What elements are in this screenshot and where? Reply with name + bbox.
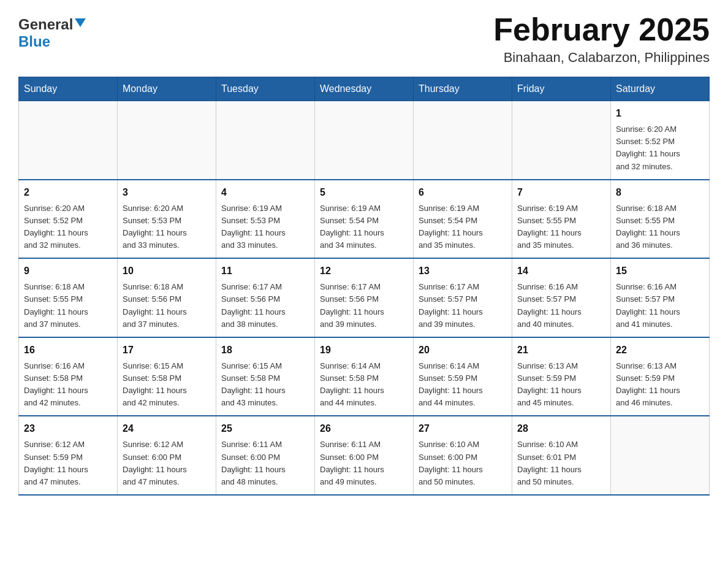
calendar-day-cell: 26Sunrise: 6:11 AMSunset: 6:00 PMDayligh… — [315, 416, 414, 495]
day-info: Sunrise: 6:13 AMSunset: 5:59 PMDaylight:… — [616, 360, 704, 410]
logo-arrow-icon — [75, 17, 86, 31]
day-info: Sunrise: 6:15 AMSunset: 5:58 PMDaylight:… — [123, 360, 211, 410]
calendar-day-cell: 6Sunrise: 6:19 AMSunset: 5:54 PMDaylight… — [414, 180, 512, 259]
day-of-week-header: Thursday — [414, 77, 512, 101]
calendar-day-cell — [216, 101, 315, 180]
calendar-day-cell: 20Sunrise: 6:14 AMSunset: 5:59 PMDayligh… — [414, 337, 512, 416]
day-number: 24 — [123, 421, 211, 436]
calendar-day-cell: 3Sunrise: 6:20 AMSunset: 5:53 PMDaylight… — [118, 180, 216, 259]
title-block: February 2025 Binahaan, Calabarzon, Phil… — [493, 12, 710, 66]
day-info: Sunrise: 6:18 AMSunset: 5:55 PMDaylight:… — [24, 281, 112, 331]
day-number: 4 — [221, 185, 309, 200]
calendar-day-cell — [19, 101, 118, 180]
day-number: 26 — [320, 421, 408, 436]
calendar-day-cell: 25Sunrise: 6:11 AMSunset: 6:00 PMDayligh… — [216, 416, 315, 495]
day-info: Sunrise: 6:18 AMSunset: 5:56 PMDaylight:… — [123, 281, 211, 331]
calendar-week-row: 23Sunrise: 6:12 AMSunset: 5:59 PMDayligh… — [19, 416, 710, 495]
calendar-day-cell: 14Sunrise: 6:16 AMSunset: 5:57 PMDayligh… — [512, 258, 611, 337]
calendar-day-cell: 5Sunrise: 6:19 AMSunset: 5:54 PMDaylight… — [315, 180, 414, 259]
calendar-day-cell — [611, 416, 710, 495]
day-info: Sunrise: 6:20 AMSunset: 5:53 PMDaylight:… — [123, 202, 211, 252]
day-of-week-header: Saturday — [611, 77, 710, 101]
logo: General Blue — [18, 16, 86, 50]
calendar-day-cell: 28Sunrise: 6:10 AMSunset: 6:01 PMDayligh… — [512, 416, 611, 495]
day-info: Sunrise: 6:19 AMSunset: 5:54 PMDaylight:… — [320, 202, 408, 252]
day-number: 27 — [419, 421, 507, 436]
day-number: 13 — [419, 264, 507, 278]
day-of-week-header: Friday — [512, 77, 611, 101]
logo-general-text: General — [18, 16, 73, 33]
day-number: 2 — [24, 185, 112, 200]
logo-blue-text: Blue — [18, 33, 50, 50]
calendar-day-cell: 24Sunrise: 6:12 AMSunset: 6:00 PMDayligh… — [118, 416, 216, 495]
day-number: 14 — [517, 264, 605, 278]
day-number: 21 — [517, 343, 605, 358]
day-info: Sunrise: 6:20 AMSunset: 5:52 PMDaylight:… — [24, 202, 112, 252]
day-of-week-header: Sunday — [19, 77, 118, 101]
day-info: Sunrise: 6:10 AMSunset: 6:01 PMDaylight:… — [517, 439, 605, 488]
calendar-day-cell: 19Sunrise: 6:14 AMSunset: 5:58 PMDayligh… — [315, 337, 414, 416]
day-info: Sunrise: 6:16 AMSunset: 5:57 PMDaylight:… — [517, 281, 605, 331]
calendar-day-cell: 23Sunrise: 6:12 AMSunset: 5:59 PMDayligh… — [19, 416, 118, 495]
calendar-day-cell: 17Sunrise: 6:15 AMSunset: 5:58 PMDayligh… — [118, 337, 216, 416]
day-number: 12 — [320, 264, 408, 278]
day-info: Sunrise: 6:14 AMSunset: 5:59 PMDaylight:… — [419, 360, 507, 410]
day-number: 22 — [616, 343, 704, 358]
day-info: Sunrise: 6:19 AMSunset: 5:53 PMDaylight:… — [221, 202, 309, 252]
calendar-day-cell: 12Sunrise: 6:17 AMSunset: 5:56 PMDayligh… — [315, 258, 414, 337]
day-info: Sunrise: 6:13 AMSunset: 5:59 PMDaylight:… — [517, 360, 605, 410]
calendar-day-cell: 10Sunrise: 6:18 AMSunset: 5:56 PMDayligh… — [118, 258, 216, 337]
day-number: 23 — [24, 421, 112, 436]
calendar-day-cell: 2Sunrise: 6:20 AMSunset: 5:52 PMDaylight… — [19, 180, 118, 259]
day-info: Sunrise: 6:15 AMSunset: 5:58 PMDaylight:… — [221, 360, 309, 410]
day-of-week-header: Wednesday — [315, 77, 414, 101]
calendar-day-cell — [512, 101, 611, 180]
day-info: Sunrise: 6:19 AMSunset: 5:55 PMDaylight:… — [517, 202, 605, 252]
day-info: Sunrise: 6:12 AMSunset: 5:59 PMDaylight:… — [24, 439, 112, 488]
calendar-day-cell: 8Sunrise: 6:18 AMSunset: 5:55 PMDaylight… — [611, 180, 710, 259]
day-number: 9 — [24, 264, 112, 278]
day-info: Sunrise: 6:11 AMSunset: 6:00 PMDaylight:… — [221, 439, 309, 488]
calendar-day-cell: 4Sunrise: 6:19 AMSunset: 5:53 PMDaylight… — [216, 180, 315, 259]
day-number: 10 — [123, 264, 211, 278]
calendar-week-row: 2Sunrise: 6:20 AMSunset: 5:52 PMDaylight… — [19, 180, 710, 259]
day-number: 5 — [320, 185, 408, 200]
calendar-day-cell: 13Sunrise: 6:17 AMSunset: 5:57 PMDayligh… — [414, 258, 512, 337]
day-info: Sunrise: 6:11 AMSunset: 6:00 PMDaylight:… — [320, 439, 408, 488]
calendar-day-cell: 7Sunrise: 6:19 AMSunset: 5:55 PMDaylight… — [512, 180, 611, 259]
calendar-day-cell: 1Sunrise: 6:20 AMSunset: 5:52 PMDaylight… — [611, 101, 710, 180]
day-info: Sunrise: 6:17 AMSunset: 5:56 PMDaylight:… — [320, 281, 408, 331]
day-number: 20 — [419, 343, 507, 358]
svg-marker-0 — [75, 18, 86, 27]
day-info: Sunrise: 6:19 AMSunset: 5:54 PMDaylight:… — [419, 202, 507, 252]
calendar-day-cell: 18Sunrise: 6:15 AMSunset: 5:58 PMDayligh… — [216, 337, 315, 416]
day-number: 15 — [616, 264, 704, 278]
day-number: 17 — [123, 343, 211, 358]
calendar-week-row: 1Sunrise: 6:20 AMSunset: 5:52 PMDaylight… — [19, 101, 710, 180]
day-info: Sunrise: 6:17 AMSunset: 5:57 PMDaylight:… — [419, 281, 507, 331]
calendar-week-row: 16Sunrise: 6:16 AMSunset: 5:58 PMDayligh… — [19, 337, 710, 416]
calendar-day-cell: 21Sunrise: 6:13 AMSunset: 5:59 PMDayligh… — [512, 337, 611, 416]
day-number: 6 — [419, 185, 507, 200]
calendar-week-row: 9Sunrise: 6:18 AMSunset: 5:55 PMDaylight… — [19, 258, 710, 337]
calendar-table: SundayMondayTuesdayWednesdayThursdayFrid… — [18, 77, 710, 496]
day-info: Sunrise: 6:14 AMSunset: 5:58 PMDaylight:… — [320, 360, 408, 410]
calendar-day-cell — [315, 101, 414, 180]
day-info: Sunrise: 6:20 AMSunset: 5:52 PMDaylight:… — [616, 123, 704, 173]
day-number: 18 — [221, 343, 309, 358]
day-number: 16 — [24, 343, 112, 358]
calendar-subtitle: Binahaan, Calabarzon, Philippines — [493, 50, 710, 66]
day-number: 1 — [616, 106, 704, 121]
calendar-day-cell: 16Sunrise: 6:16 AMSunset: 5:58 PMDayligh… — [19, 337, 118, 416]
day-info: Sunrise: 6:18 AMSunset: 5:55 PMDaylight:… — [616, 202, 704, 252]
day-number: 25 — [221, 421, 309, 436]
day-info: Sunrise: 6:12 AMSunset: 6:00 PMDaylight:… — [123, 439, 211, 488]
day-number: 7 — [517, 185, 605, 200]
day-number: 3 — [123, 185, 211, 200]
day-of-week-header: Monday — [118, 77, 216, 101]
calendar-day-cell: 11Sunrise: 6:17 AMSunset: 5:56 PMDayligh… — [216, 258, 315, 337]
day-number: 28 — [517, 421, 605, 436]
calendar-day-cell: 9Sunrise: 6:18 AMSunset: 5:55 PMDaylight… — [19, 258, 118, 337]
page-header: General Blue February 2025 Binahaan, Cal… — [18, 12, 710, 66]
calendar-header-row: SundayMondayTuesdayWednesdayThursdayFrid… — [19, 77, 710, 101]
